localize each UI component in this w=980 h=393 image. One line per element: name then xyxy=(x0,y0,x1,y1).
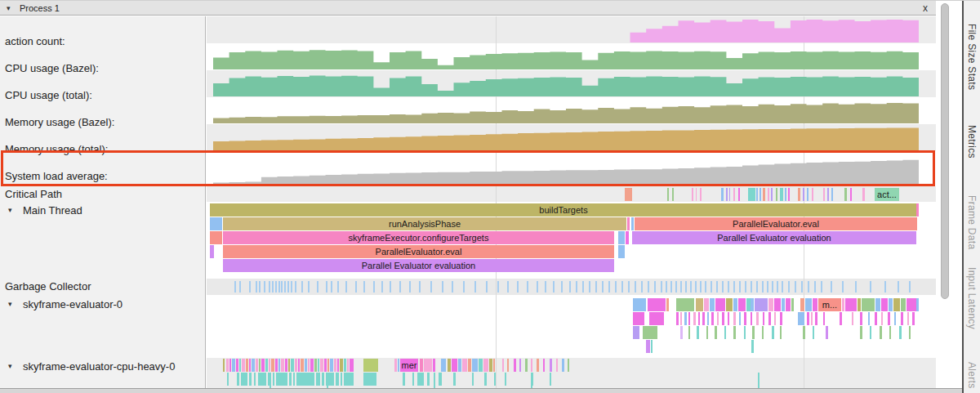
gc-tick[interactable] xyxy=(700,281,702,293)
gc-tick[interactable] xyxy=(234,281,236,293)
evaluator0-span[interactable] xyxy=(852,312,853,325)
cpu-heavy-span[interactable] xyxy=(531,359,532,372)
evaluator0-span[interactable] xyxy=(880,326,882,339)
gc-tick[interactable] xyxy=(608,281,610,293)
gc-tick[interactable] xyxy=(884,281,886,293)
gc-tick[interactable] xyxy=(452,281,453,293)
gc-tick[interactable] xyxy=(801,281,803,293)
cpu-heavy-span-long[interactable] xyxy=(758,373,760,388)
critical-path-slice[interactable] xyxy=(667,188,669,201)
cpu-heavy-span[interactable] xyxy=(226,359,229,372)
gc-tick[interactable] xyxy=(745,281,746,293)
critical-path-slice[interactable] xyxy=(850,188,852,201)
gc-tick[interactable] xyxy=(716,281,718,293)
cpu-heavy-span[interactable] xyxy=(296,373,314,386)
cpu-heavy-span[interactable] xyxy=(310,359,314,372)
cpu-heavy-span[interactable] xyxy=(227,373,229,386)
cpu-heavy-span[interactable] xyxy=(484,373,487,386)
gc-tick[interactable] xyxy=(287,281,289,293)
evaluator0-span[interactable] xyxy=(881,298,888,311)
evaluator0-span[interactable] xyxy=(858,298,861,311)
evaluator0-span[interactable] xyxy=(733,312,736,325)
evaluator0-span[interactable] xyxy=(646,340,650,353)
gc-tick[interactable] xyxy=(275,281,277,293)
main-thread-span[interactable] xyxy=(627,217,630,230)
evaluator0-span[interactable] xyxy=(909,326,911,339)
evaluator0-span[interactable] xyxy=(803,326,805,339)
cpu-heavy-span[interactable] xyxy=(295,359,297,372)
evaluator0-span[interactable] xyxy=(901,312,903,325)
counter-chart-2[interactable] xyxy=(207,46,936,69)
cpu-heavy-span[interactable] xyxy=(562,359,564,372)
gc-tick[interactable] xyxy=(345,281,347,293)
cpu-heavy-span[interactable] xyxy=(344,359,346,372)
gc-tick[interactable] xyxy=(264,281,265,293)
cpu-heavy-span[interactable] xyxy=(320,359,323,372)
evaluator0-span[interactable] xyxy=(826,326,828,339)
cpu-heavy-span[interactable] xyxy=(427,373,430,386)
gc-tick[interactable] xyxy=(615,281,617,293)
cpu-heavy-span[interactable] xyxy=(249,373,252,386)
evaluator0-span[interactable] xyxy=(907,312,909,325)
evaluator0-span[interactable] xyxy=(860,312,862,325)
gc-tick[interactable] xyxy=(569,281,571,293)
evaluator0-span[interactable] xyxy=(774,298,781,311)
gc-tick[interactable] xyxy=(870,281,871,293)
evaluator0-span[interactable] xyxy=(717,312,719,325)
gc-tick[interactable] xyxy=(390,281,391,293)
evaluator0-span[interactable] xyxy=(762,326,764,339)
evaluator0-span[interactable] xyxy=(813,298,817,311)
cpu-heavy-span[interactable] xyxy=(340,359,343,372)
evaluator0-span[interactable] xyxy=(756,312,759,325)
evaluator0-span[interactable] xyxy=(711,312,714,325)
cpu-heavy-span[interactable] xyxy=(223,359,225,372)
gc-tick[interactable] xyxy=(788,281,790,293)
cpu-heavy-span[interactable] xyxy=(285,359,287,372)
cpu-heavy-span[interactable] xyxy=(363,359,378,372)
cpu-heavy-span[interactable] xyxy=(494,373,496,386)
tab-metrics[interactable]: Metrics xyxy=(966,125,978,159)
evaluator0-span[interactable] xyxy=(706,326,708,339)
main-thread-span[interactable] xyxy=(631,217,634,230)
evaluator0-span[interactable] xyxy=(870,326,871,339)
cpu-heavy-span[interactable] xyxy=(537,359,539,372)
critical-path-slice[interactable] xyxy=(831,188,833,201)
cpu-heavy-span[interactable] xyxy=(453,373,456,386)
gc-tick[interactable] xyxy=(373,281,375,293)
evaluator0-span[interactable] xyxy=(786,298,791,311)
evaluator0-span[interactable] xyxy=(840,312,842,325)
cpu-heavy-span[interactable] xyxy=(254,373,256,386)
cpu-heavy-span[interactable] xyxy=(308,359,310,372)
gc-tick[interactable] xyxy=(331,281,332,293)
cpu-heavy-span[interactable] xyxy=(242,359,245,372)
cpu-heavy-span[interactable] xyxy=(298,359,300,372)
gc-tick[interactable] xyxy=(722,281,724,293)
cpu-heavy-span[interactable] xyxy=(550,373,551,386)
evaluator0-span[interactable] xyxy=(752,326,755,339)
gc-tick[interactable] xyxy=(269,281,270,293)
gc-tick[interactable] xyxy=(690,281,692,293)
gc-tick[interactable] xyxy=(301,281,303,293)
gc-tick[interactable] xyxy=(705,281,706,293)
cpu-heavy-span[interactable] xyxy=(341,373,342,386)
gc-tick[interactable] xyxy=(545,281,546,293)
evaluator0-span[interactable] xyxy=(666,298,669,311)
critical-path-slice[interactable] xyxy=(771,188,773,201)
evaluator0-span[interactable] xyxy=(800,298,804,311)
evaluator0-span[interactable] xyxy=(680,312,682,325)
evaluator0-span[interactable] xyxy=(715,326,717,339)
gc-tick[interactable] xyxy=(756,281,758,293)
main-thread-span[interactable] xyxy=(618,231,625,244)
evaluator0-span[interactable] xyxy=(916,298,919,311)
evaluator0-span[interactable] xyxy=(648,298,666,311)
cpu-heavy-span[interactable] xyxy=(301,359,304,372)
evaluator0-span[interactable] xyxy=(728,312,729,325)
critical-path-slice[interactable] xyxy=(733,188,735,201)
evaluator0-span[interactable] xyxy=(763,312,764,325)
cpu-heavy-span[interactable] xyxy=(344,373,354,386)
evaluator0-span[interactable] xyxy=(889,298,893,311)
cpu-heavy-span[interactable] xyxy=(239,359,241,372)
critical-path-slice[interactable] xyxy=(696,188,697,201)
cpu-heavy-span[interactable] xyxy=(417,373,424,386)
cpu-heavy-span[interactable]: mer xyxy=(400,359,418,372)
